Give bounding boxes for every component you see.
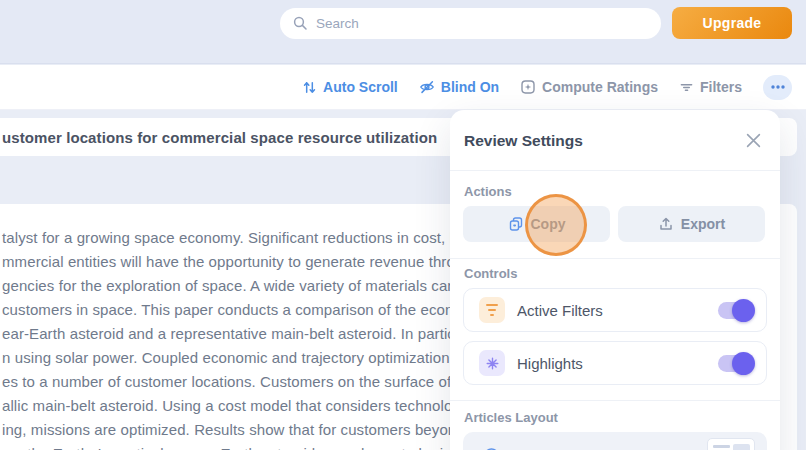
- search-box: [280, 8, 661, 39]
- copy-label: Copy: [531, 216, 566, 232]
- ratings-box-icon: [520, 79, 536, 95]
- sort-arrows-icon: [302, 80, 317, 95]
- auto-scroll-button[interactable]: Auto Scroll: [302, 79, 398, 95]
- toggle-knob: [732, 352, 755, 375]
- copy-icon: [508, 216, 524, 232]
- divider: [450, 170, 780, 171]
- layout-option-title-abstract[interactable]: Title & Abstract view: [463, 432, 767, 450]
- controls-section-label: Controls: [464, 266, 517, 281]
- active-filters-row[interactable]: Active Filters: [463, 288, 767, 332]
- highlights-toggle[interactable]: [718, 355, 752, 372]
- filters-button[interactable]: Filters: [679, 79, 742, 95]
- auto-scroll-label: Auto Scroll: [323, 79, 398, 95]
- article-title: ustomer locations for commercial space r…: [2, 129, 437, 146]
- toggle-knob: [732, 299, 755, 322]
- active-filters-label: Active Filters: [517, 302, 718, 319]
- top-bar: Upgrade: [0, 0, 806, 64]
- search-input[interactable]: [280, 8, 661, 39]
- eye-off-icon: [419, 79, 435, 95]
- ellipsis-icon: [770, 84, 786, 90]
- blind-on-label: Blind On: [441, 79, 499, 95]
- layout-preview-thumbnail: [707, 438, 755, 450]
- highlights-label: Highlights: [517, 355, 718, 372]
- export-label: Export: [681, 216, 725, 232]
- panel-title: Review Settings: [464, 132, 583, 150]
- layout-option-label: Title & Abstract view: [510, 447, 707, 450]
- compute-ratings-label: Compute Ratings: [542, 79, 658, 95]
- export-icon: [658, 216, 674, 232]
- more-options-button[interactable]: [763, 75, 792, 100]
- active-filters-toggle[interactable]: [718, 302, 752, 319]
- review-toolbar: Auto Scroll Blind On Compute Ratings Fil…: [0, 65, 806, 110]
- highlights-row[interactable]: Highlights: [463, 341, 767, 385]
- upgrade-button[interactable]: Upgrade: [672, 7, 792, 39]
- app-window: Upgrade Auto Scroll Blind On Compute Rat…: [0, 0, 806, 450]
- review-settings-panel: Review Settings Actions Copy Export Cont…: [450, 110, 780, 450]
- filters-label: Filters: [700, 79, 742, 95]
- export-button[interactable]: Export: [618, 206, 765, 242]
- blind-on-button[interactable]: Blind On: [419, 79, 499, 95]
- divider: [450, 400, 780, 401]
- filter-lines-icon: [679, 80, 694, 95]
- filter-chip-icon: [479, 297, 505, 323]
- articles-layout-section-label: Articles Layout: [464, 410, 558, 425]
- layout-option-icon: [483, 447, 500, 450]
- sparkle-chip-icon: [479, 350, 505, 376]
- close-icon: [746, 133, 761, 148]
- divider: [450, 258, 780, 259]
- close-button[interactable]: [744, 133, 762, 151]
- compute-ratings-button[interactable]: Compute Ratings: [520, 79, 658, 95]
- copy-button[interactable]: Copy: [463, 206, 610, 242]
- actions-section-label: Actions: [464, 184, 512, 199]
